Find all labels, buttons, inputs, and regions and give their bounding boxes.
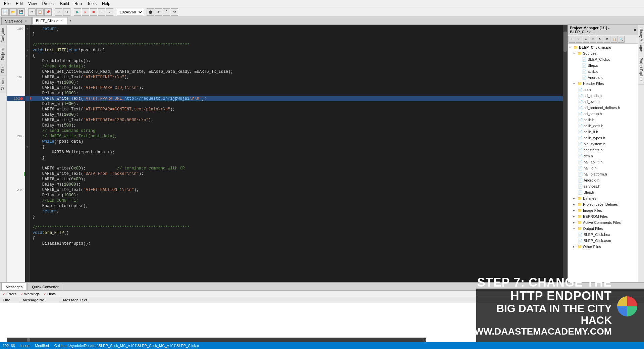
tree-file-android-h[interactable]: 📄 Android.h (568, 177, 638, 183)
menu-tools[interactable]: Tools (85, 1, 99, 7)
pm-btn-2[interactable]: - (576, 36, 582, 43)
menu-project[interactable]: Project (40, 1, 57, 7)
pm-btn-5[interactable]: ↻ (597, 36, 603, 43)
pm-btn-1[interactable]: + (569, 36, 575, 43)
tree-project-level-defines[interactable]: ▸ 📁 Project Level Defines (568, 201, 638, 207)
tree-file-blep-h[interactable]: 📄 Blep.h (568, 189, 638, 195)
tab-messages[interactable]: Messages (1, 283, 27, 290)
save-button[interactable]: 💾 (17, 8, 25, 16)
code-line: { (30, 236, 563, 241)
tree-file-ad-cmds-h[interactable]: 📄 ad_cmds.h (568, 93, 638, 99)
tab-start-page[interactable]: Start Page × (1, 17, 32, 24)
resolution-select[interactable]: 1024x768 (117, 9, 143, 15)
tree-file-aclib-h[interactable]: 📄 aclib.h (568, 117, 638, 123)
tree-file-ad-protocol-h[interactable]: 📄 ad_protocol_defines.h (568, 105, 638, 111)
tree-file-blep-click-c[interactable]: 📄 BLEP_Click.c (568, 56, 638, 62)
editor-vertical-scrollbar[interactable] (563, 25, 568, 282)
stop-button[interactable]: ⏹ (90, 8, 97, 16)
pm-btn-7[interactable]: 📋 (611, 36, 618, 43)
tree-file-android-c[interactable]: 📄 Android.c (568, 74, 638, 81)
copy-button[interactable]: 📋 (36, 8, 44, 16)
tree-file-aclib-if-h[interactable]: 📄 aclib_if.h (568, 129, 638, 135)
tree-file-aclib-c[interactable]: 📄 aclib.c (568, 68, 638, 74)
menu-help[interactable]: Help (99, 1, 113, 7)
tree-header-files[interactable]: ▾ 📁 Header Files (568, 81, 638, 87)
tree-active-comments[interactable]: ▸ 📁 Active Comments Files (568, 219, 638, 226)
breakpoint-button[interactable]: ⬤ (147, 8, 154, 16)
cut-button[interactable]: ✂ (28, 8, 36, 16)
open-file-button[interactable]: 📂 (9, 8, 17, 16)
tree-file-hal-io-h[interactable]: 📄 hal_io.h (568, 165, 638, 171)
tree-file-blep-c[interactable]: 📄 Blep.c (568, 62, 638, 68)
step-over-button[interactable]: ⤸ (106, 8, 113, 16)
tree-file-dtm-h[interactable]: 📄 dtm.h (568, 153, 638, 159)
menu-view[interactable]: View (25, 1, 40, 7)
left-tab-classes[interactable]: Classes (0, 76, 6, 93)
tree-label: Header Files (583, 82, 604, 86)
tab-blep-click[interactable]: BLEP_Click.c × (32, 17, 67, 24)
tree-label: hal_aoi_ti.h (584, 160, 602, 164)
pm-btn-8[interactable]: 🔍 (618, 36, 625, 43)
tab-start-page-close[interactable]: × (24, 19, 28, 23)
menu-file[interactable]: File (1, 1, 13, 7)
tree-file-ble-system-h[interactable]: 📄 ble_system.h (568, 141, 638, 147)
tree-file-hal-aoi-h[interactable]: 📄 hal_aoi_ti.h (568, 159, 638, 165)
left-tab-projects[interactable]: Projects (0, 45, 6, 63)
tree-file-constants-h[interactable]: 📄 constants.h (568, 147, 638, 153)
tab-blep-click-close[interactable]: × (60, 19, 64, 23)
editor-scrollbar-thumb[interactable] (564, 32, 567, 52)
left-tab-files[interactable]: Files (0, 63, 6, 76)
paste-button[interactable]: 📌 (44, 8, 52, 16)
debug-button[interactable]: ⏵ (82, 8, 89, 16)
tree-file-aclib-types-h[interactable]: 📄 aclib_types.h (568, 135, 638, 141)
file-h-icon: 📄 (578, 154, 583, 158)
menu-run[interactable]: Run (72, 1, 85, 7)
folder-icon: 📁 (577, 82, 582, 86)
settings-button[interactable]: ⚙ (171, 8, 178, 16)
tree-other-files[interactable]: ▸ 📁 Other Files (568, 244, 638, 250)
tree-label: BLEP_Click.hex (584, 233, 610, 237)
tree-sources[interactable]: ▾ 📁 Sources (568, 50, 638, 56)
watch-button[interactable]: 👁 (155, 8, 162, 16)
tree-file-blep-asm[interactable]: 📄 BLEP_Click.asm (568, 238, 638, 244)
filter-warnings[interactable]: ✓ Warnings (20, 292, 40, 296)
filter-hints[interactable]: ✓ Hints (44, 292, 56, 296)
tree-file-ao-h[interactable]: 📄 ao.h (568, 87, 638, 93)
pm-btn-4[interactable]: ▼ (590, 36, 596, 43)
bottom-filter-bar: ✓ Errors ✓ Warnings ✓ Hints (0, 291, 644, 297)
right-vtab-project-explorer[interactable]: Project Explorer (638, 55, 644, 85)
tree-image-files[interactable]: ▸ 📁 Image Files (568, 207, 638, 213)
redo-button[interactable]: ↪ (63, 8, 70, 16)
tree-eeprom-files[interactable]: ▸ 📁 EEPROM Files (568, 213, 638, 219)
code-editor[interactable]: return; } //****************************… (30, 25, 563, 282)
h-scroll-thumb[interactable] (27, 338, 30, 342)
step-into-button[interactable]: ⤵ (98, 8, 105, 16)
tree-output-files[interactable]: ▾ 📁 Output Files (568, 226, 638, 232)
code-line (30, 160, 563, 166)
tree-file-blep-hex[interactable]: 📄 BLEP_Click.hex (568, 232, 638, 238)
tab-quick-converter[interactable]: Quick Converter (28, 283, 63, 290)
file-h-icon: 📄 (578, 148, 583, 152)
horizontal-scrollbar[interactable]: ⟨⟩ (7, 338, 426, 342)
right-vtab-library-manager[interactable]: Library Manager (638, 25, 644, 55)
help-button[interactable]: ? (163, 8, 170, 16)
build-button[interactable]: ▶ (74, 8, 81, 16)
menu-build[interactable]: Build (57, 1, 72, 7)
tree-root[interactable]: ▾ 📁 BLEP_Click.mcpar (568, 44, 638, 50)
project-manager-close[interactable]: × (634, 28, 636, 32)
tree-file-ad-setup-h[interactable]: 📄 ad_setup.h (568, 111, 638, 117)
tree-file-aclib-defs-h[interactable]: 📄 aclib_defs.h (568, 123, 638, 129)
left-tab-navigator[interactable]: Navigator (0, 25, 6, 45)
new-file-button[interactable]: 📄 (1, 8, 9, 16)
menu-edit[interactable]: Edit (13, 1, 25, 7)
pm-btn-6[interactable]: ⚙ (604, 36, 610, 43)
tab-dropdown-arrow[interactable]: ▾ (69, 18, 71, 22)
tree-file-hal-platform-h[interactable]: 📄 hal_platform.h (568, 171, 638, 177)
pm-btn-3[interactable]: ▲ (583, 36, 589, 43)
tree-binaries[interactable]: ▸ 📁 Binaries (568, 195, 638, 201)
tree-file-ad-evts-h[interactable]: 📄 ad_evts.h (568, 99, 638, 105)
filter-errors[interactable]: ✓ Errors (3, 292, 16, 296)
undo-button[interactable]: ↩ (55, 8, 62, 16)
tree-file-services-h[interactable]: 📄 services.h (568, 183, 638, 189)
main-layout: Navigator Projects Files Classes 180 190… (0, 25, 644, 282)
